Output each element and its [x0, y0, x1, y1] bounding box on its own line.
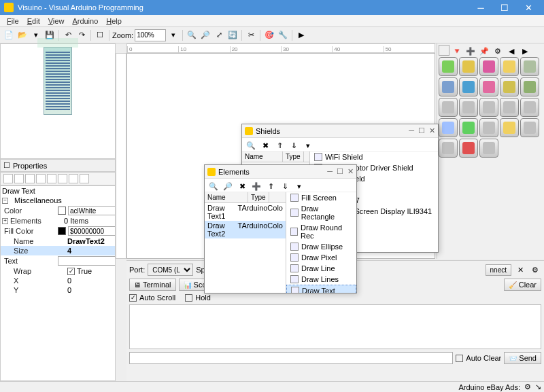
elements-max[interactable]: ☐	[337, 167, 343, 176]
menu-edit[interactable]: Edit	[23, 16, 44, 26]
palette-item-11[interactable]	[459, 98, 478, 117]
palette-item-21[interactable]	[459, 139, 478, 158]
list-item[interactable]: Draw Line	[286, 263, 356, 274]
palette-item-14[interactable]	[520, 98, 539, 117]
shields-tool-2[interactable]: ✖	[259, 139, 271, 152]
shields-tool-5[interactable]: ▾	[302, 139, 314, 152]
new-button[interactable]: 📄	[3, 29, 15, 41]
shields-max[interactable]: ☐	[418, 126, 425, 135]
terminal-tab[interactable]: 🖥 Terminal	[129, 279, 176, 291]
zoom-input[interactable]	[135, 29, 166, 41]
palette-item-3[interactable]	[500, 57, 519, 76]
elements-tool-drop[interactable]: ▾	[293, 180, 305, 192]
elements-tool-3[interactable]: ✖	[236, 180, 248, 192]
toggle1-button[interactable]: ☐	[94, 29, 106, 41]
palette-add-icon[interactable]: ➕	[464, 45, 477, 57]
elements-window[interactable]: Elements ─ ☐ ✕ 🔍 🔎 ✖ ➕ ⇑ ⇓ ▾ NameType Dr…	[204, 164, 357, 293]
target-button[interactable]: 🎯	[263, 29, 275, 41]
elements-tool-2[interactable]: 🔎	[222, 180, 234, 192]
hold-checkbox[interactable]	[185, 294, 192, 302]
prop-tool-7[interactable]	[69, 174, 78, 183]
prop-tool-6[interactable]	[58, 174, 67, 183]
palette-item-22[interactable]	[479, 139, 498, 158]
palette-item-0[interactable]	[439, 57, 458, 76]
menu-help[interactable]: Help	[102, 16, 126, 26]
palette-filter-icon[interactable]: 🔻	[451, 45, 463, 57]
shields-min[interactable]: ─	[409, 126, 414, 135]
list-item[interactable]: Draw Text	[286, 285, 356, 293]
upload-button[interactable]: ▶	[295, 29, 307, 41]
minimize-button[interactable]: ─	[469, 0, 492, 15]
prop-y[interactable]: Y0	[1, 285, 115, 295]
prop-tool-1[interactable]	[3, 174, 13, 183]
port-combo[interactable]: COM5 (L	[148, 264, 193, 276]
palette-item-20[interactable]	[439, 139, 458, 158]
autoscroll-checkbox[interactable]: ✓	[129, 294, 137, 302]
list-item[interactable]: Draw Rectangle	[286, 203, 356, 222]
list-item[interactable]: Draw Pixel	[286, 252, 356, 263]
close-button[interactable]: ✕	[517, 0, 540, 15]
serial-input[interactable]	[129, 352, 453, 364]
palette-item-8[interactable]	[500, 77, 519, 96]
serial-output[interactable]	[129, 304, 541, 349]
list-item[interactable]: Draw Text1TArduinoColo	[205, 203, 286, 221]
prop-tool-5[interactable]	[47, 174, 56, 183]
palette-item-19[interactable]	[520, 118, 539, 137]
list-item[interactable]: Draw Text2TArduinoColo	[205, 221, 286, 238]
palette-item-13[interactable]	[500, 98, 519, 117]
palette-item-9[interactable]	[520, 77, 539, 96]
palette-item-12[interactable]	[479, 98, 498, 117]
palette-search[interactable]	[439, 45, 449, 56]
palette-pin-icon[interactable]: 📌	[478, 45, 490, 57]
prop-elements[interactable]: +Elements0 Items	[1, 216, 115, 226]
elements-tool-add[interactable]: ➕	[250, 180, 262, 192]
prop-size[interactable]: Size4	[1, 246, 115, 255]
list-item[interactable]: Draw Ellipse	[286, 241, 356, 252]
palette-item-15[interactable]	[439, 118, 458, 137]
prop-fill-color[interactable]: Fill Color	[1, 226, 115, 236]
prop-color[interactable]: Color	[1, 205, 115, 216]
shields-tool-1[interactable]: 🔍	[245, 139, 257, 152]
status-icon-1[interactable]: ⚙	[524, 382, 531, 391]
status-icon-2[interactable]: ↘	[535, 382, 541, 391]
palette-gear-icon[interactable]: ⚙	[492, 45, 504, 57]
connect-button[interactable]: nnect	[486, 264, 511, 276]
maximize-button[interactable]: ☐	[493, 0, 516, 15]
palette-item-1[interactable]	[459, 57, 478, 76]
elements-picker[interactable]: Fill ScreenDraw RectangleDraw Round RecD…	[286, 192, 356, 293]
list-item[interactable]: Draw Lines	[286, 274, 356, 285]
shields-close[interactable]: ✕	[429, 126, 435, 135]
tree-misc-group[interactable]: − Miscellaneous	[1, 196, 115, 205]
list-item[interactable]: WiFi Shield	[310, 152, 438, 162]
menu-view[interactable]: View	[44, 16, 69, 26]
prop-wrap[interactable]: Wrap✓True	[1, 266, 115, 276]
menu-file[interactable]: File	[3, 16, 23, 26]
list-item[interactable]: Fill Screen	[286, 192, 356, 203]
palette-item-2[interactable]	[479, 57, 498, 76]
menu-arduino[interactable]: Arduino	[68, 16, 102, 26]
palette-item-17[interactable]	[479, 118, 498, 137]
palette-item-18[interactable]	[500, 118, 519, 137]
properties-tree[interactable]: Draw Text − Miscellaneous Color +Element…	[0, 185, 116, 381]
tree-root[interactable]: Draw Text	[1, 186, 115, 196]
palette-item-5[interactable]	[439, 77, 458, 96]
palette-back-icon[interactable]: ◀	[505, 45, 517, 57]
elements-min[interactable]: ─	[327, 167, 333, 176]
palette-fwd-icon[interactable]: ▶	[519, 45, 531, 57]
prop-tool-2[interactable]	[14, 174, 24, 183]
cut-button[interactable]: ✂	[245, 29, 257, 41]
shields-tool-3[interactable]: ⇑	[273, 139, 286, 152]
zoom-dropdown[interactable]: ▾	[167, 29, 180, 41]
wrap-checkbox[interactable]: ✓	[67, 268, 75, 275]
zoom-fit-button[interactable]: ⤢	[213, 29, 225, 41]
palette-item-4[interactable]	[520, 57, 539, 76]
elements-tool-up[interactable]: ⇑	[265, 180, 277, 192]
elements-tool-down[interactable]: ⇓	[279, 180, 291, 192]
list-item[interactable]: Draw Round Rec	[286, 222, 356, 241]
send-button[interactable]: 📨 Send	[504, 352, 541, 364]
palette-item-7[interactable]	[479, 77, 498, 96]
zoom-out-button[interactable]: 🔎	[199, 29, 211, 41]
prop-x[interactable]: X0	[1, 276, 115, 285]
autoclear-checkbox[interactable]	[456, 355, 463, 362]
palette-item-16[interactable]	[459, 118, 478, 137]
